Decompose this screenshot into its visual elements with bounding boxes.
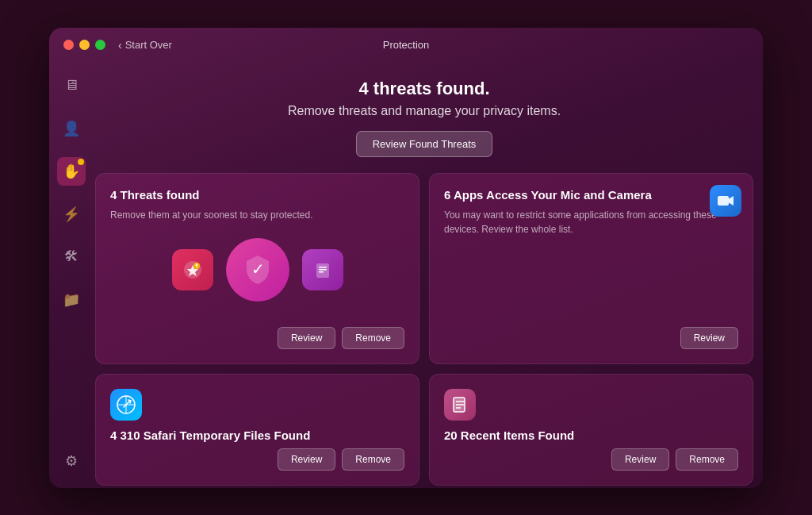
notification-badge	[78, 159, 84, 165]
safari-card-actions: Review Remove	[110, 448, 404, 471]
sidebar-item-protection[interactable]: ✋	[57, 157, 86, 186]
safari-review-button[interactable]: Review	[278, 448, 335, 471]
safari-card-title: 4 310 Safari Temporary Files Found	[110, 429, 404, 442]
threats-card-title: 4 Threats found	[110, 188, 404, 202]
threat-icon-1	[172, 249, 213, 290]
mic-camera-review-button[interactable]: Review	[680, 327, 738, 349]
chevron-left-icon: ‹	[118, 39, 122, 52]
sidebar-item-tools[interactable]: 🛠	[57, 243, 86, 271]
titlebar: ‹ Start Over Protection	[49, 28, 763, 63]
face-icon: 👤	[63, 120, 80, 137]
header-subtitle: Remove threats and manage your privacy i…	[288, 104, 561, 118]
threats-card: 4 Threats found Remove them at your soon…	[95, 173, 419, 364]
fullscreen-button[interactable]	[95, 40, 105, 50]
safari-remove-button[interactable]: Remove	[342, 448, 404, 471]
sidebar-item-folder[interactable]: 📁	[57, 286, 86, 314]
safari-icon	[110, 389, 142, 421]
app-window: ‹ Start Over Protection 🖥 👤 ✋ ⚡ 🛠 📁 ⚙	[49, 28, 763, 488]
sidebar-item-lightning[interactable]: ⚡	[57, 200, 86, 229]
lightning-icon: ⚡	[63, 206, 80, 223]
recent-items-remove-button[interactable]: Remove	[676, 448, 738, 471]
content-area: 4 threats found. Remove threats and mana…	[87, 63, 763, 488]
safari-card: 4 310 Safari Temporary Files Found Revie…	[95, 374, 419, 486]
threats-review-button[interactable]: Review	[278, 327, 335, 349]
recent-items-card: 20 Recent Items Found Review Remove	[429, 374, 753, 486]
zoom-icon	[710, 185, 741, 217]
review-found-threats-button[interactable]: Review Found Threats	[356, 131, 493, 157]
threats-card-desc: Remove them at your soonest to stay prot…	[110, 208, 404, 222]
svg-rect-8	[718, 196, 729, 206]
recent-items-review-button[interactable]: Review	[611, 448, 669, 471]
mic-camera-card-title: 6 Apps Access Your Mic and Camera	[444, 188, 738, 202]
mic-camera-card-desc: You may want to restrict some applicatio…	[444, 208, 738, 327]
svg-rect-7	[319, 271, 324, 273]
hand-icon: ✋	[63, 163, 80, 180]
drive-icon: 🖥	[64, 77, 79, 94]
svg-rect-5	[319, 267, 327, 268]
mic-camera-card-actions: Review	[444, 327, 738, 349]
threat-icon-main: ✓	[226, 238, 289, 302]
docs-icon	[444, 389, 476, 421]
svg-rect-6	[319, 269, 327, 271]
cards-grid: 4 Threats found Remove them at your soon…	[95, 173, 753, 486]
window-title: Protection	[383, 39, 430, 51]
sidebar-item-drive[interactable]: 🖥	[57, 71, 86, 100]
sidebar: 🖥 👤 ✋ ⚡ 🛠 📁 ⚙	[49, 28, 94, 488]
folder-icon: 📁	[63, 291, 80, 309]
settings-icon: ⚙	[65, 452, 78, 470]
threat-icon-2	[302, 249, 343, 290]
back-button[interactable]: ‹ Start Over	[118, 39, 172, 52]
header-title: 4 threats found.	[288, 79, 561, 99]
sidebar-item-face[interactable]: 👤	[57, 114, 86, 143]
recent-items-card-actions: Review Remove	[444, 448, 738, 471]
threats-icons-row: ✓	[110, 238, 404, 302]
tools-icon: 🛠	[64, 248, 79, 265]
svg-point-2	[196, 266, 197, 267]
threats-card-actions: Review Remove	[110, 327, 404, 349]
recent-items-card-title: 20 Recent Items Found	[444, 429, 738, 442]
main-content: 4 threats found. Remove threats and mana…	[49, 63, 763, 488]
header-section: 4 threats found. Remove threats and mana…	[288, 79, 561, 157]
sidebar-item-settings[interactable]: ⚙	[57, 447, 86, 475]
mic-camera-card: 6 Apps Access Your Mic and Camera You ma…	[429, 173, 753, 364]
back-label: Start Over	[125, 39, 172, 51]
threats-remove-button[interactable]: Remove	[342, 327, 404, 349]
svg-text:✓: ✓	[251, 260, 264, 278]
svg-rect-4	[316, 263, 329, 278]
